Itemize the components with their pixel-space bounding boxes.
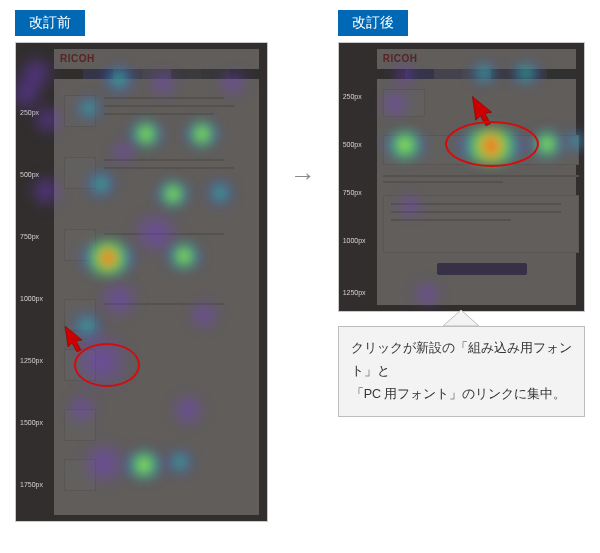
heat-blob [166, 243, 202, 269]
transition-arrow: → [288, 10, 317, 191]
heat-blob [383, 131, 427, 159]
heat-blob [76, 97, 102, 119]
heat-blob [168, 393, 208, 427]
heat-blob [108, 139, 138, 165]
before-column: 改訂前 RICOH [15, 10, 268, 522]
highlight-ring [445, 121, 539, 167]
after-column: 改訂後 RICOH 250px 500px 750px 1000px 1250 [338, 10, 585, 417]
callout-line: クリックが新設の「組み込み用フォント」と [351, 337, 572, 383]
heat-blob [156, 181, 190, 207]
heat-blob [80, 241, 136, 275]
y-label: 1000px [20, 295, 43, 302]
heat-blob [30, 103, 66, 137]
arrow-right-icon: → [290, 160, 316, 191]
heat-blob [104, 65, 134, 93]
heat-blob [186, 299, 222, 331]
y-label: 1000px [343, 237, 366, 244]
comparison-figure: 改訂前 RICOH [0, 0, 600, 542]
callout-pointer-icon [443, 310, 479, 330]
heat-blob [26, 173, 66, 209]
y-label: 750px [343, 189, 362, 196]
heat-blob [166, 451, 194, 473]
heat-blob [184, 121, 220, 147]
callout: クリックが新設の「組み込み用フォント」と 「PC 用フォント」のリンクに集中。 [338, 326, 585, 417]
y-label: 1750px [20, 481, 43, 488]
y-label: 1250px [343, 289, 366, 296]
dim-overlay [339, 43, 584, 311]
heat-blob [64, 393, 100, 425]
heat-blob [409, 281, 445, 307]
y-label: 1500px [20, 419, 43, 426]
after-heatmap: RICOH 250px 500px 750px 1000px 1250px [338, 42, 585, 312]
before-heatmap: RICOH 250px 500px [15, 42, 268, 522]
after-tag: 改訂後 [338, 10, 408, 36]
heat-blob [565, 131, 585, 151]
heat-blob [377, 89, 413, 119]
y-label: 500px [343, 141, 362, 148]
heat-blob [469, 63, 499, 83]
heat-blob [216, 69, 250, 97]
heat-blob [509, 63, 543, 83]
heat-blob [96, 279, 142, 319]
heat-blob [206, 181, 234, 205]
callout-line: 「PC 用フォント」のリンクに集中。 [351, 383, 572, 406]
svg-marker-0 [443, 310, 479, 326]
y-label: 250px [343, 93, 362, 100]
highlight-ring [74, 343, 140, 387]
heat-blob [146, 69, 180, 97]
before-tag: 改訂前 [15, 10, 85, 36]
callout-box: クリックが新設の「組み込み用フォント」と 「PC 用フォント」のリンクに集中。 [338, 326, 585, 417]
heat-blob [124, 451, 164, 479]
heat-blob [395, 193, 425, 219]
heat-blob [389, 63, 419, 87]
y-label: 1250px [20, 357, 43, 364]
y-label: 750px [20, 233, 39, 240]
heat-blob [86, 171, 116, 197]
